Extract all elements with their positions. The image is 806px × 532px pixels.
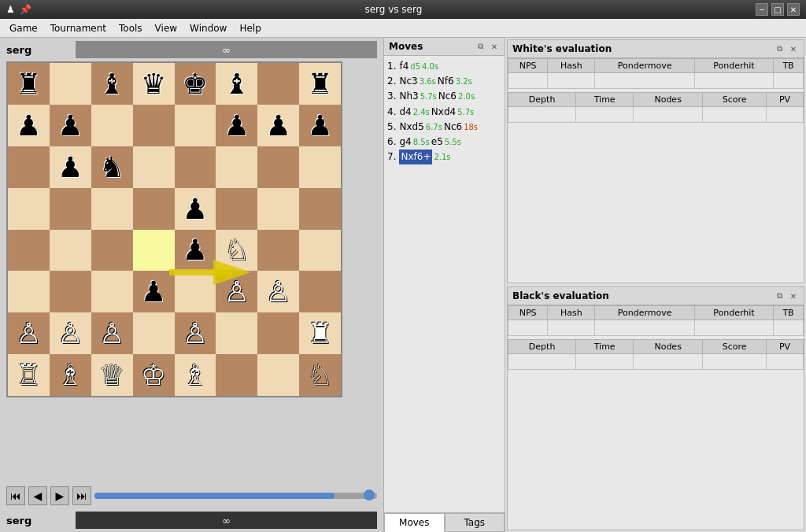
progress-bar[interactable] bbox=[94, 493, 377, 499]
sq-g4[interactable] bbox=[257, 230, 299, 272]
progress-thumb[interactable] bbox=[364, 490, 375, 501]
sq-g8[interactable] bbox=[257, 63, 299, 105]
sq-e8[interactable]: ♚ bbox=[175, 63, 216, 105]
sq-e1[interactable]: ♗ bbox=[175, 354, 216, 396]
skip-end-button[interactable]: ⏭ bbox=[72, 486, 91, 505]
sq-g5[interactable] bbox=[257, 188, 299, 230]
menu-game[interactable]: Game bbox=[3, 21, 44, 35]
sq-b4[interactable] bbox=[50, 230, 91, 272]
maximize-button[interactable]: □ bbox=[771, 3, 784, 16]
sq-e4[interactable]: ♟ bbox=[175, 230, 216, 272]
sq-c8[interactable]: ♝ bbox=[91, 63, 133, 105]
black-eval-close-icon[interactable]: ✕ bbox=[788, 290, 799, 301]
sq-g3[interactable]: ♙ bbox=[257, 271, 299, 312]
menu-help[interactable]: Help bbox=[233, 21, 267, 35]
black-col-time: Time bbox=[576, 340, 634, 354]
moves-detach-icon[interactable]: ⧉ bbox=[475, 41, 486, 52]
sq-a1[interactable]: ♖ bbox=[8, 354, 50, 396]
sq-f4[interactable]: ♘ bbox=[216, 230, 257, 272]
sq-h4[interactable] bbox=[299, 230, 341, 272]
sq-d6[interactable] bbox=[133, 146, 175, 188]
sq-h3[interactable] bbox=[299, 271, 341, 312]
sq-e5[interactable]: ♟ bbox=[175, 188, 216, 230]
sq-a4[interactable] bbox=[8, 230, 50, 272]
sq-d7[interactable] bbox=[133, 105, 175, 146]
sq-c4[interactable] bbox=[91, 230, 133, 272]
pin-icon: 📌 bbox=[20, 4, 31, 15]
sq-b1[interactable]: ♗ bbox=[50, 354, 91, 396]
menu-window[interactable]: Window bbox=[183, 21, 233, 35]
sq-a5[interactable] bbox=[8, 188, 50, 230]
sq-b3[interactable] bbox=[50, 271, 91, 312]
sq-h8[interactable]: ♜ bbox=[299, 63, 341, 105]
chess-board[interactable]: ♜ ♝ ♛ ♚ ♝ ♜ ♟ ♟ ♟ ♟ ♟ ♟ ♞ bbox=[6, 61, 342, 397]
menu-view[interactable]: View bbox=[149, 21, 183, 35]
white-eval-close-icon[interactable]: ✕ bbox=[788, 43, 799, 54]
sq-f1[interactable] bbox=[216, 354, 257, 396]
sq-g6[interactable] bbox=[257, 146, 299, 188]
sq-d2[interactable] bbox=[133, 312, 175, 354]
sq-d5[interactable] bbox=[133, 188, 175, 230]
white-eval-detach-icon[interactable]: ⧉ bbox=[774, 43, 785, 54]
sq-g2[interactable] bbox=[257, 312, 299, 354]
sq-f2[interactable] bbox=[216, 312, 257, 354]
white-col-depth: Depth bbox=[508, 93, 576, 107]
moves-tabs: Moves Tags bbox=[384, 512, 505, 532]
sq-c2[interactable]: ♙ bbox=[91, 312, 133, 354]
prev-button[interactable]: ◀ bbox=[28, 486, 47, 505]
move-row-7: 7. Nxf6+ 2.1s bbox=[387, 150, 501, 164]
white-eval-icons: ⧉ ✕ bbox=[774, 43, 799, 54]
sq-e3[interactable] bbox=[175, 271, 216, 312]
sq-b8[interactable] bbox=[50, 63, 91, 105]
sq-a7[interactable]: ♟ bbox=[8, 105, 50, 146]
play-button[interactable]: ▶ bbox=[50, 486, 69, 505]
sq-d1[interactable]: ♔ bbox=[133, 354, 175, 396]
move-row-6: 6. g4 8.5s e5 5.5s bbox=[387, 135, 501, 150]
black-col-score: Score bbox=[703, 340, 767, 354]
sq-e7[interactable] bbox=[175, 105, 216, 146]
sq-h7[interactable]: ♟ bbox=[299, 105, 341, 146]
sq-h5[interactable] bbox=[299, 188, 341, 230]
close-button[interactable]: ✕ bbox=[787, 3, 800, 16]
top-player-name: serg bbox=[6, 44, 69, 56]
white-col-time: Time bbox=[576, 93, 634, 107]
tab-tags[interactable]: Tags bbox=[445, 513, 505, 532]
sq-b7[interactable]: ♟ bbox=[50, 105, 91, 146]
sq-c7[interactable] bbox=[91, 105, 133, 146]
sq-a8[interactable]: ♜ bbox=[8, 63, 50, 105]
sq-a6[interactable] bbox=[8, 146, 50, 188]
sq-d8[interactable]: ♛ bbox=[133, 63, 175, 105]
sq-d4[interactable] bbox=[133, 230, 175, 272]
sq-b2[interactable]: ♙ bbox=[50, 312, 91, 354]
sq-f6[interactable] bbox=[216, 146, 257, 188]
sq-b5[interactable] bbox=[50, 188, 91, 230]
sq-c1[interactable]: ♕ bbox=[91, 354, 133, 396]
moves-close-icon[interactable]: ✕ bbox=[489, 41, 500, 52]
sq-c6[interactable]: ♞ bbox=[91, 146, 133, 188]
black-eval-detach-icon[interactable]: ⧉ bbox=[774, 290, 785, 301]
sq-a3[interactable] bbox=[8, 271, 50, 312]
sq-h2[interactable]: ♜ bbox=[299, 312, 341, 354]
sq-h6[interactable] bbox=[299, 146, 341, 188]
sq-f8[interactable]: ♝ bbox=[216, 63, 257, 105]
sq-h1[interactable]: ♘ bbox=[299, 354, 341, 396]
minimize-button[interactable]: ─ bbox=[756, 3, 768, 16]
sq-f7[interactable]: ♟ bbox=[216, 105, 257, 146]
menu-tournament[interactable]: Tournament bbox=[44, 21, 113, 35]
skip-start-button[interactable]: ⏮ bbox=[6, 486, 25, 505]
sq-e6[interactable] bbox=[175, 146, 216, 188]
move-row-5: 5. Nxd5 6.7s Nc6 18s bbox=[387, 120, 501, 135]
sq-e2[interactable]: ♙ bbox=[175, 312, 216, 354]
sq-f5[interactable] bbox=[216, 188, 257, 230]
sq-c5[interactable] bbox=[91, 188, 133, 230]
menu-tools[interactable]: Tools bbox=[113, 21, 149, 35]
sq-g1[interactable] bbox=[257, 354, 299, 396]
sq-a2[interactable]: ♙ bbox=[8, 312, 50, 354]
sq-d3[interactable]: ♟ bbox=[133, 271, 175, 312]
tab-moves[interactable]: Moves bbox=[384, 513, 445, 532]
white-col-nps: NPS bbox=[508, 59, 548, 73]
sq-b6[interactable]: ♟ bbox=[50, 146, 91, 188]
sq-g7[interactable]: ♟ bbox=[257, 105, 299, 146]
sq-f3[interactable]: ♙ bbox=[216, 271, 257, 312]
sq-c3[interactable] bbox=[91, 271, 133, 312]
